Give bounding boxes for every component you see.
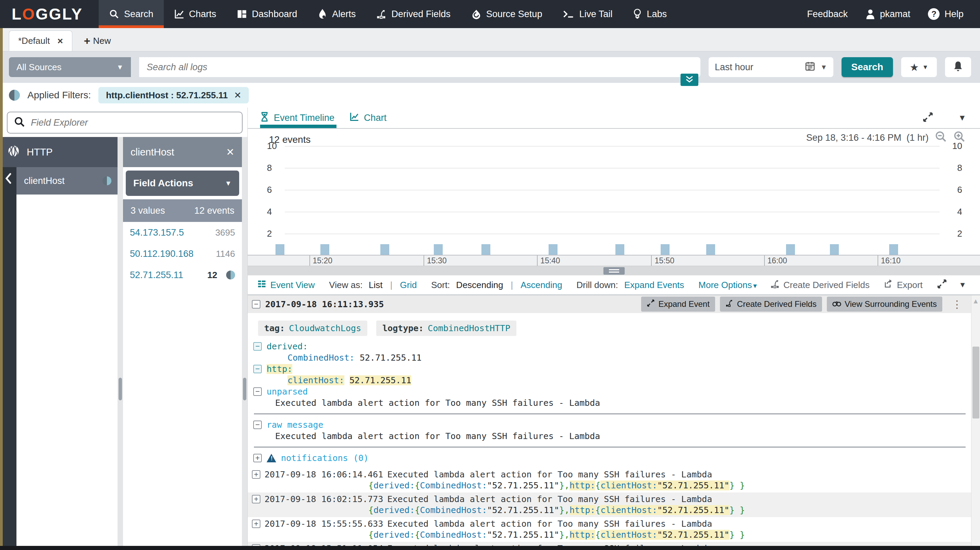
- derived-key[interactable]: derived:: [267, 341, 308, 351]
- sort-descending-option[interactable]: Descending: [456, 280, 503, 290]
- value-link[interactable]: 54.173.157.5: [130, 227, 215, 238]
- timeline-bar[interactable]: [481, 244, 490, 255]
- field-explorer-search[interactable]: [7, 112, 243, 133]
- nav-item-live-tail[interactable]: Live Tail: [552, 0, 623, 28]
- nav-item-dashboard[interactable]: Dashboard: [226, 0, 307, 28]
- combinedhost-value[interactable]: 52.71.255.11: [360, 353, 422, 363]
- search-input[interactable]: [139, 57, 700, 77]
- chevron-down-icon[interactable]: ▼: [958, 113, 966, 123]
- combinedhost-key[interactable]: CombinedHost:: [288, 353, 355, 363]
- vertical-scrollbar[interactable]: ▲: [971, 295, 980, 550]
- field-actions-dropdown[interactable]: Field Actions ▼: [126, 171, 239, 196]
- timeline-bar[interactable]: [661, 244, 670, 255]
- clienthost-value[interactable]: 52.71.255.11: [350, 375, 412, 385]
- nav-item-source-setup[interactable]: Source Setup: [461, 0, 553, 28]
- nav-item-alerts[interactable]: Alerts: [307, 0, 366, 28]
- nav-item-labs[interactable]: Labs: [623, 0, 677, 28]
- expand-event-button[interactable]: Expand Event: [641, 296, 715, 312]
- event-row[interactable]: +2017-09-18 16:06:14.461Executed lambda …: [248, 468, 971, 493]
- expand-node-icon[interactable]: +: [253, 454, 262, 462]
- create-derived-fields-button[interactable]: Create Derived Fields: [720, 296, 822, 312]
- tab-chart[interactable]: Chart: [350, 108, 387, 128]
- field-row-clienthost[interactable]: clientHost: [16, 167, 118, 195]
- timeline-bar[interactable]: [275, 244, 285, 255]
- panel-resize-handle[interactable]: [243, 378, 247, 400]
- time-range-picker[interactable]: Last hour ▼: [709, 57, 834, 77]
- panel-resize-handle[interactable]: [119, 378, 122, 400]
- expand-events-option[interactable]: Expand Events: [624, 280, 684, 290]
- create-derived-fields-button[interactable]: Create Derived Fields: [770, 279, 869, 291]
- search-button[interactable]: Search: [842, 57, 893, 77]
- saved-searches-button[interactable]: ★ ▼: [901, 57, 937, 77]
- nav-item-search[interactable]: Search: [99, 0, 164, 28]
- field-group-http[interactable]: HTTP: [0, 137, 118, 167]
- expand-search-button[interactable]: [681, 74, 698, 86]
- timeline-bar[interactable]: [786, 244, 795, 255]
- expand-event-icon[interactable]: +: [252, 495, 261, 503]
- timeline-bar[interactable]: [549, 244, 557, 255]
- remove-filter-icon[interactable]: ✕: [234, 90, 242, 101]
- raw-message-key[interactable]: raw message: [267, 420, 323, 430]
- timeline-scroll-handle[interactable]: [603, 267, 625, 275]
- user-menu[interactable]: pkamat: [859, 9, 916, 19]
- sources-dropdown[interactable]: All Sources ▼: [9, 57, 131, 77]
- timeline-bar[interactable]: [706, 244, 715, 255]
- clienthost-key[interactable]: clientHost:: [288, 375, 344, 385]
- timeline-bar[interactable]: [320, 244, 329, 255]
- zoom-out-icon[interactable]: [935, 130, 947, 145]
- collapse-node-icon[interactable]: −: [253, 342, 262, 351]
- export-button[interactable]: Export: [884, 279, 923, 291]
- event-view-menu[interactable]: Event View: [257, 279, 315, 291]
- sort-ascending-option[interactable]: Ascending: [520, 280, 562, 290]
- more-options-menu[interactable]: More Options▼: [698, 280, 758, 290]
- alerts-bell-button[interactable]: [945, 57, 971, 77]
- event-row[interactable]: +2017-09-18 15:55:55.633Executed lambda …: [248, 517, 971, 542]
- field-explorer-input[interactable]: [31, 117, 236, 128]
- nav-item-derived-fields[interactable]: Derived Fields: [366, 0, 461, 28]
- unparsed-key[interactable]: unparsed: [267, 387, 308, 396]
- value-row[interactable]: 54.173.157.53695: [123, 222, 242, 243]
- collapse-node-icon[interactable]: −: [253, 365, 262, 373]
- filter-pill[interactable]: http.clientHost : 52.71.255.11 ✕: [99, 87, 249, 103]
- close-icon[interactable]: ✕: [226, 146, 234, 158]
- expand-panel-icon[interactable]: [923, 112, 934, 124]
- expand-event-icon[interactable]: +: [252, 470, 261, 479]
- timeline-bar[interactable]: [830, 244, 839, 255]
- expand-event-icon[interactable]: +: [252, 520, 261, 528]
- event-tag-pill[interactable]: logtype:CombinedHostHTTP: [376, 320, 516, 336]
- timeline-bar[interactable]: [434, 244, 443, 255]
- collapse-node-icon[interactable]: −: [253, 387, 262, 396]
- new-tab-button[interactable]: + New: [84, 30, 111, 51]
- http-key[interactable]: http:: [267, 364, 292, 374]
- value-link[interactable]: 50.112.190.168: [130, 249, 216, 259]
- live-tail-icon: [563, 9, 574, 19]
- collapse-event-icon[interactable]: −: [252, 300, 261, 309]
- view-surrounding-events-button[interactable]: View Surrounding Events: [827, 296, 942, 312]
- loggly-logo[interactable]: LOGGLY: [0, 0, 99, 28]
- feedback-link[interactable]: Feedback: [801, 9, 854, 19]
- expanded-event-header[interactable]: − 2017-09-18 16:11:13.935 Expand EventCr…: [248, 295, 971, 313]
- value-row[interactable]: 52.71.255.1112: [123, 265, 242, 285]
- collapse-node-icon[interactable]: −: [253, 420, 262, 429]
- view-list-option[interactable]: List: [369, 280, 382, 290]
- scrollbar-thumb[interactable]: [972, 347, 979, 418]
- value-link[interactable]: 52.71.255.11: [130, 270, 207, 281]
- help-menu[interactable]: ? Help: [922, 8, 970, 20]
- chevron-down-icon[interactable]: ▼: [959, 281, 966, 289]
- value-row[interactable]: 50.112.190.1681146: [123, 243, 242, 265]
- event-tag-pill[interactable]: tag:CloudwatchLogs: [258, 320, 368, 336]
- tab-close-icon[interactable]: ×: [57, 36, 63, 47]
- timeline-bar[interactable]: [889, 244, 898, 255]
- user-icon: [865, 9, 875, 19]
- expand-panel-icon[interactable]: [937, 279, 947, 292]
- tab-default[interactable]: *Default ×: [9, 30, 72, 51]
- event-row[interactable]: +2017-09-18 16:02:15.773Executed lambda …: [248, 493, 971, 517]
- timeline-bar[interactable]: [616, 244, 624, 255]
- notifications-key[interactable]: notifications (0): [281, 453, 369, 463]
- more-actions-icon[interactable]: ⋮: [947, 298, 967, 310]
- timeline-bar[interactable]: [380, 244, 389, 255]
- scroll-up-icon[interactable]: ▲: [971, 295, 980, 305]
- tab-event-timeline[interactable]: Event Timeline: [260, 108, 334, 128]
- view-grid-option[interactable]: Grid: [400, 280, 417, 290]
- nav-item-charts[interactable]: Charts: [164, 0, 227, 28]
